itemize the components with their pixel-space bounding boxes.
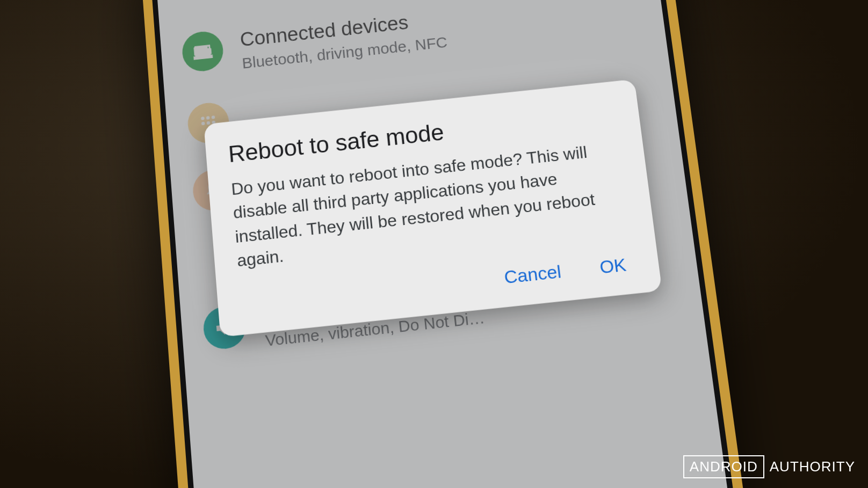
- cancel-button[interactable]: Cancel: [498, 254, 567, 293]
- svg-point-3: [211, 115, 215, 119]
- phone-screen: …, mobile, data usage, hotspot Connected…: [155, 0, 735, 488]
- svg-point-2: [206, 116, 210, 120]
- phone: …, mobile, data usage, hotspot Connected…: [155, 0, 735, 488]
- ok-button[interactable]: OK: [594, 248, 632, 283]
- svg-point-5: [206, 121, 210, 125]
- svg-point-1: [201, 116, 205, 120]
- devices-icon: [181, 30, 225, 73]
- watermark-brand: ANDROID: [683, 455, 764, 478]
- watermark-site: AUTHORITY: [770, 458, 855, 475]
- watermark: ANDROID AUTHORITY: [683, 455, 855, 478]
- svg-point-4: [201, 121, 205, 125]
